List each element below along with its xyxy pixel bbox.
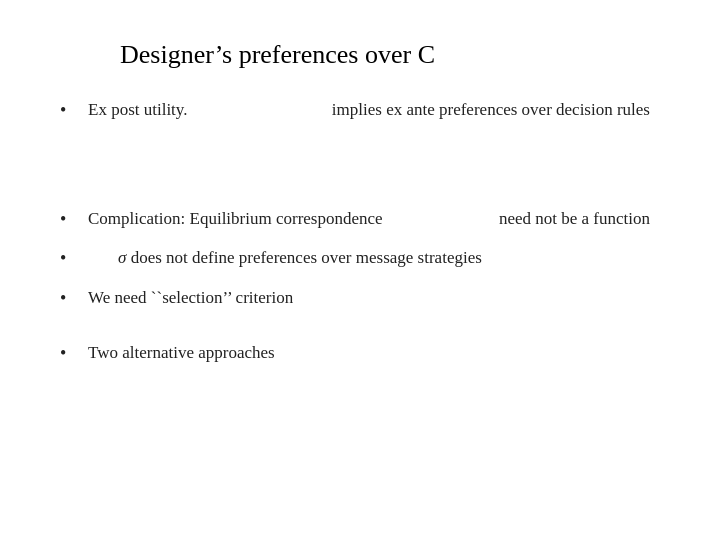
bullet-text-5: Two alternative approaches bbox=[88, 341, 660, 365]
bullet-dot-5: • bbox=[60, 341, 88, 366]
bullet-dot-4: • bbox=[60, 286, 88, 311]
bullet-item-5: • Two alternative approaches bbox=[60, 341, 660, 366]
bullet-item-1: • Ex post utility. implies ex ante prefe… bbox=[60, 98, 660, 123]
bullet-item-3: • σ does not define preferences over mes… bbox=[60, 246, 660, 271]
slide: Designer’s preferences over C • Ex post … bbox=[0, 0, 720, 540]
bullet-text-2: Complication: Equilibrium correspondence… bbox=[88, 207, 660, 231]
bullet-text-3: σ does not define preferences over messa… bbox=[88, 246, 660, 270]
slide-title: Designer’s preferences over C bbox=[60, 40, 660, 70]
spacer-2 bbox=[60, 325, 660, 341]
bullet-3-content: σ does not define preferences over messa… bbox=[88, 248, 482, 267]
bullet-2-right: need not be a function bbox=[499, 207, 660, 231]
bullet-text-1: Ex post utility. implies ex ante prefere… bbox=[88, 98, 660, 122]
ex-post-utility-label: Ex post utility. bbox=[88, 100, 188, 119]
bullet-1-right: implies ex ante preferences over decisio… bbox=[332, 98, 660, 122]
bullet-item-2: • Complication: Equilibrium corresponden… bbox=[60, 207, 660, 232]
sigma-symbol: σ bbox=[118, 248, 126, 267]
bullet-item-4: • We need ``selection’’ criterion bbox=[60, 286, 660, 311]
bullet-2-left: Complication: Equilibrium correspondence bbox=[88, 207, 383, 231]
bullet-3-text: does not define preferences over message… bbox=[131, 248, 482, 267]
bullet-text-4: We need ``selection’’ criterion bbox=[88, 286, 660, 310]
spacer-1 bbox=[60, 137, 660, 207]
bullet-dot-1: • bbox=[60, 98, 88, 123]
bullet-dot-3: • bbox=[60, 246, 88, 271]
bullet-dot-2: • bbox=[60, 207, 88, 232]
bullet-1-left: Ex post utility. bbox=[88, 98, 188, 122]
bullet-list: • Ex post utility. implies ex ante prefe… bbox=[60, 98, 660, 366]
